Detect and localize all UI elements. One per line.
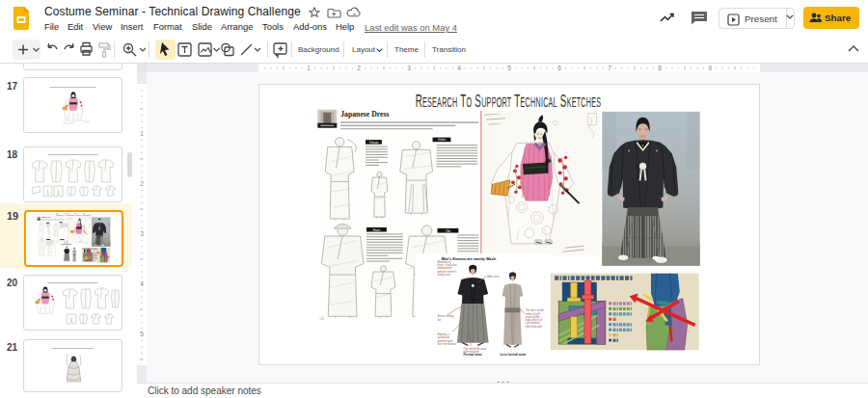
svg-text:4: 4 [140, 280, 144, 287]
svg-text:4: 4 [457, 65, 461, 71]
svg-text:3: 3 [407, 65, 411, 71]
svg-text:7: 7 [608, 65, 611, 71]
svg-text:8: 8 [658, 65, 662, 71]
svg-text:1: 1 [140, 130, 144, 137]
svg-text:2: 2 [357, 65, 361, 71]
svg-text:5: 5 [140, 331, 144, 337]
svg-text:6: 6 [557, 65, 561, 71]
svg-text:5: 5 [507, 65, 511, 71]
svg-text:3: 3 [140, 230, 144, 237]
svg-text:1: 1 [307, 65, 311, 71]
svg-text:2: 2 [140, 180, 144, 187]
svg-text:9: 9 [708, 65, 712, 71]
